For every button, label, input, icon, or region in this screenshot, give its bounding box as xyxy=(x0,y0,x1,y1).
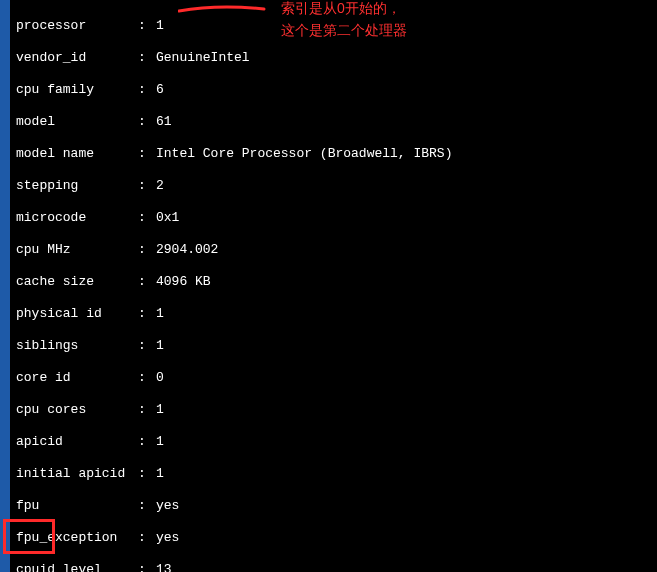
cpuinfo-key: physical id xyxy=(16,306,138,322)
cpuinfo-key: vendor_id xyxy=(16,50,138,66)
cpuinfo-val: Intel Core Processor (Broadwell, IBRS) xyxy=(156,146,452,161)
cpuinfo-val: yes xyxy=(156,498,179,513)
cpuinfo-key: microcode xyxy=(16,210,138,226)
cpuinfo-val: 1 xyxy=(156,338,164,353)
cpuinfo-key: cache size xyxy=(16,274,138,290)
cpuinfo-row: siblings: 1 xyxy=(16,338,657,354)
cpuinfo-key: siblings xyxy=(16,338,138,354)
colon: : xyxy=(138,210,156,226)
colon: : xyxy=(138,306,156,322)
cpuinfo-row: model name: Intel Core Processor (Broadw… xyxy=(16,146,657,162)
cpuinfo-key: stepping xyxy=(16,178,138,194)
cpuinfo-key: model name xyxy=(16,146,138,162)
colon: : xyxy=(138,466,156,482)
cpuinfo-val: 6 xyxy=(156,82,164,97)
cpuinfo-key: core id xyxy=(16,370,138,386)
cpuinfo-key: model xyxy=(16,114,138,130)
colon: : xyxy=(138,338,156,354)
annotation-underline-icon xyxy=(178,5,266,15)
annotation-text-1: 索引是从0开始的， xyxy=(281,0,401,18)
colon: : xyxy=(138,370,156,386)
cpuinfo-key: initial apicid xyxy=(16,466,138,482)
cpuinfo-val: 2904.002 xyxy=(156,242,218,257)
cpuinfo-val: 1 xyxy=(156,306,164,321)
colon: : xyxy=(138,242,156,258)
colon: : xyxy=(138,178,156,194)
colon: : xyxy=(138,50,156,66)
cpuinfo-row: fpu: yes xyxy=(16,498,657,514)
cpuinfo-row: cpuid level: 13 xyxy=(16,562,657,572)
cpuinfo-val: 13 xyxy=(156,562,172,572)
annotation-text-2: 这个是第二个处理器 xyxy=(281,22,407,40)
colon: : xyxy=(138,146,156,162)
cpuinfo-row: core id: 0 xyxy=(16,370,657,386)
cpuinfo-key: apicid xyxy=(16,434,138,450)
cpuinfo-row: physical id: 1 xyxy=(16,306,657,322)
cpuinfo-key: cpu MHz xyxy=(16,242,138,258)
cpuinfo-val: GenuineIntel xyxy=(156,50,250,65)
colon: : xyxy=(138,562,156,572)
cpuinfo-val: 1 xyxy=(156,434,164,449)
cpuinfo-val: 0 xyxy=(156,370,164,385)
cpuinfo-val: 4096 KB xyxy=(156,274,211,289)
cpuinfo-val: 61 xyxy=(156,114,172,129)
colon: : xyxy=(138,274,156,290)
cpuinfo-row: microcode: 0x1 xyxy=(16,210,657,226)
cpuinfo-key: fpu xyxy=(16,498,138,514)
cpuinfo-row: cpu family: 6 xyxy=(16,82,657,98)
cpuinfo-val: 1 xyxy=(156,18,164,33)
cpuinfo-row: initial apicid: 1 xyxy=(16,466,657,482)
cpuinfo-key: cpu cores xyxy=(16,402,138,418)
colon: : xyxy=(138,18,156,34)
cpuinfo-val: 2 xyxy=(156,178,164,193)
colon: : xyxy=(138,114,156,130)
colon: : xyxy=(138,82,156,98)
colon: : xyxy=(138,402,156,418)
window-sidebar xyxy=(0,0,10,572)
colon: : xyxy=(138,498,156,514)
cpuinfo-key: cpuid level xyxy=(16,562,138,572)
cpuinfo-val: 1 xyxy=(156,466,164,481)
cpuinfo-row: vendor_id: GenuineIntel xyxy=(16,50,657,66)
cpuinfo-row: cpu cores: 1 xyxy=(16,402,657,418)
cpuinfo-val: 0x1 xyxy=(156,210,179,225)
cpuinfo-val: yes xyxy=(156,530,179,545)
annotation-highlight-box xyxy=(3,519,55,554)
colon: : xyxy=(138,434,156,450)
colon: : xyxy=(138,530,156,546)
cpuinfo-row: model: 61 xyxy=(16,114,657,130)
cpuinfo-row: apicid: 1 xyxy=(16,434,657,450)
cpuinfo-row: cpu MHz: 2904.002 xyxy=(16,242,657,258)
cpuinfo-row: stepping: 2 xyxy=(16,178,657,194)
cpuinfo-key: processor xyxy=(16,18,138,34)
cpuinfo-row: fpu_exception: yes xyxy=(16,530,657,546)
cpuinfo-row: cache size: 4096 KB xyxy=(16,274,657,290)
terminal-output[interactable]: processor: 1 vendor_id: GenuineIntel cpu… xyxy=(10,0,657,572)
cpuinfo-val: 1 xyxy=(156,402,164,417)
cpuinfo-key: cpu family xyxy=(16,82,138,98)
